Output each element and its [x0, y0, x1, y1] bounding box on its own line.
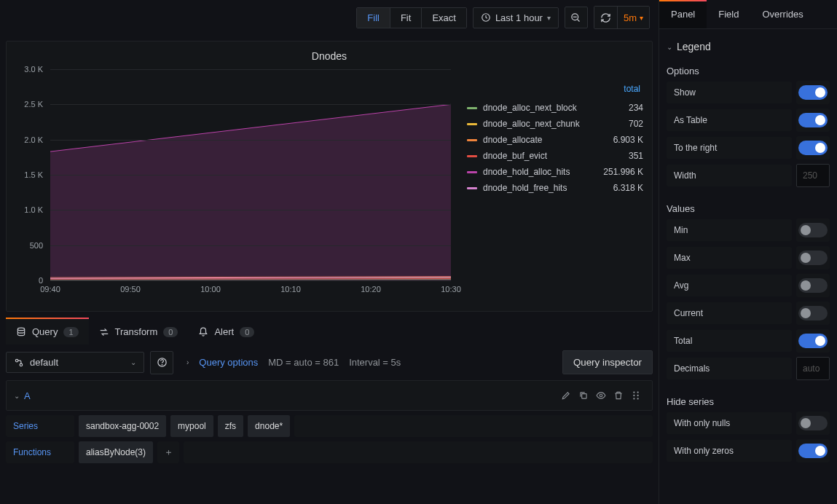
legend-series-value: 6.318 K — [600, 183, 643, 193]
legend-swatch — [467, 155, 477, 157]
add-function-button[interactable]: ＋ — [157, 441, 179, 463]
y-tick-label: 2.5 K — [24, 100, 43, 109]
hide-zeros-toggle[interactable] — [798, 444, 828, 458]
svg-point-21 — [633, 398, 634, 399]
side-tab-overrides[interactable]: Overrides — [750, 0, 814, 28]
legend-swatch — [467, 139, 477, 141]
query-row-header[interactable]: ⌄ A — [6, 380, 653, 411]
functions-input-rest[interactable] — [184, 441, 653, 463]
side-tabs: Panel Field Overrides — [659, 0, 837, 29]
help-icon — [157, 357, 168, 368]
function-segment[interactable]: aliasByNode(3) — [79, 441, 153, 463]
datasource-picker[interactable]: default ⌄ — [6, 352, 144, 373]
side-tab-panel[interactable]: Panel — [659, 0, 707, 28]
legend-swatch — [467, 107, 477, 109]
legend-row[interactable]: dnode_alloc_next_chunk 702 — [467, 116, 643, 132]
chart[interactable]: 05001.0 K1.5 K2.0 K2.5 K3.0 K 09:4009:50… — [15, 69, 454, 302]
side-tab-field[interactable]: Field — [707, 0, 750, 28]
database-icon — [16, 327, 26, 337]
legend-row[interactable]: dnode_alloc_next_block 234 — [467, 100, 643, 116]
val-total-toggle[interactable] — [798, 334, 828, 348]
tab-alert[interactable]: Alert 0 — [188, 319, 264, 344]
y-tick-label: 500 — [30, 241, 43, 250]
toggle-visibility-button[interactable] — [592, 387, 610, 404]
edit-query-button[interactable] — [557, 387, 575, 404]
eye-icon — [596, 390, 606, 401]
val-current-toggle[interactable] — [798, 306, 828, 320]
zoom-out-button[interactable] — [565, 7, 588, 28]
series-segment[interactable]: dnode* — [248, 415, 290, 437]
datasource-icon — [14, 358, 24, 368]
legend-row[interactable]: dnode_allocate 6.903 K — [467, 132, 643, 148]
svg-rect-15 — [582, 394, 586, 398]
svg-point-10 — [17, 328, 24, 331]
svg-point-12 — [20, 363, 23, 366]
duplicate-query-button[interactable] — [575, 387, 592, 404]
time-range-label: Last 1 hour — [495, 12, 543, 23]
series-segment[interactable]: sandbox-agg-0002 — [79, 415, 166, 437]
functions-label: Functions — [6, 441, 74, 463]
y-tick-label: 3.0 K — [24, 65, 43, 74]
query-options[interactable]: › Query options MD = auto = 861 Interval… — [179, 353, 557, 372]
val-avg-toggle[interactable] — [798, 278, 828, 293]
series-input-rest[interactable] — [294, 415, 653, 437]
query-toolbar: default ⌄ › Query options MD = auto = 86… — [0, 344, 659, 380]
opt-toright-label: To the right — [667, 137, 792, 159]
y-tick-label: 2.0 K — [24, 135, 43, 144]
val-decimals-input[interactable] — [796, 357, 830, 380]
tab-query[interactable]: Query 1 — [6, 319, 89, 344]
hide-nulls-toggle[interactable] — [798, 416, 828, 430]
drag-handle[interactable] — [627, 387, 645, 404]
query-row-letter: A — [24, 390, 31, 401]
val-max-toggle[interactable] — [798, 251, 828, 265]
y-tick-label: 0 — [39, 276, 43, 285]
tab-transform-label: Transform — [115, 326, 158, 337]
scale-fill-button[interactable]: Fill — [357, 8, 390, 28]
legend-swatch — [467, 171, 477, 173]
val-min-toggle[interactable] — [798, 223, 828, 237]
hide-nulls-label: With only nulls — [667, 412, 792, 434]
series-row: Series sandbox-agg-0002mypoolzfsdnode* — [6, 415, 653, 437]
legend-row[interactable]: dnode_buf_evict 351 — [467, 148, 643, 164]
legend-series-value: 234 — [600, 103, 643, 113]
opt-width-input[interactable] — [796, 164, 830, 187]
query-fields: Series sandbox-agg-0002mypoolzfsdnode* F… — [6, 415, 653, 468]
x-axis: 09:4009:5010:0010:1010:2010:30 — [50, 285, 451, 299]
y-tick-label: 1.5 K — [24, 170, 43, 179]
chevron-right-icon: › — [186, 358, 189, 366]
query-options-md: MD = auto = 861 — [268, 357, 339, 368]
tab-transform[interactable]: Transform 0 — [89, 319, 189, 344]
side-panel: Panel Field Overrides ⌄ Legend Options S… — [659, 0, 837, 504]
chevron-down-icon: ⌄ — [667, 43, 672, 51]
refresh-interval-picker[interactable]: 5m ▾ — [618, 7, 649, 28]
scale-exact-button[interactable]: Exact — [422, 8, 466, 28]
val-decimals-label: Decimals — [667, 358, 792, 379]
legend-header[interactable]: total — [467, 84, 643, 94]
transform-icon — [99, 327, 109, 337]
opt-toright-toggle[interactable] — [798, 141, 828, 155]
val-max-label: Max — [667, 247, 792, 269]
svg-point-20 — [637, 395, 638, 396]
opt-show-toggle[interactable] — [798, 85, 828, 100]
legend-series-value: 6.903 K — [600, 135, 643, 145]
val-current-label: Current — [667, 302, 792, 324]
scale-fit-button[interactable]: Fit — [390, 8, 422, 28]
y-tick-label: 1.0 K — [24, 205, 43, 214]
legend-section-header[interactable]: ⌄ Legend — [667, 35, 830, 58]
query-options-interval: Interval = 5s — [349, 357, 401, 368]
time-range-picker[interactable]: Last 1 hour ▾ — [473, 7, 559, 28]
svg-point-17 — [633, 391, 634, 393]
datasource-help-button[interactable] — [150, 351, 173, 374]
svg-point-18 — [637, 391, 638, 393]
legend-row[interactable]: dnode_hold_alloc_hits 251.996 K — [467, 164, 643, 180]
legend-series-name: dnode_allocate — [483, 135, 594, 145]
delete-query-button[interactable] — [610, 387, 627, 404]
hide-zeros-label: With only zeros — [667, 440, 792, 462]
refresh-button[interactable] — [594, 7, 618, 28]
legend-row[interactable]: dnode_hold_free_hits 6.318 K — [467, 180, 643, 196]
query-inspector-button[interactable]: Query inspector — [562, 350, 653, 374]
chevron-down-icon: ⌄ — [14, 392, 20, 400]
series-segment[interactable]: mypool — [170, 415, 213, 437]
series-segment[interactable]: zfs — [218, 415, 243, 437]
opt-astable-toggle[interactable] — [798, 113, 828, 127]
